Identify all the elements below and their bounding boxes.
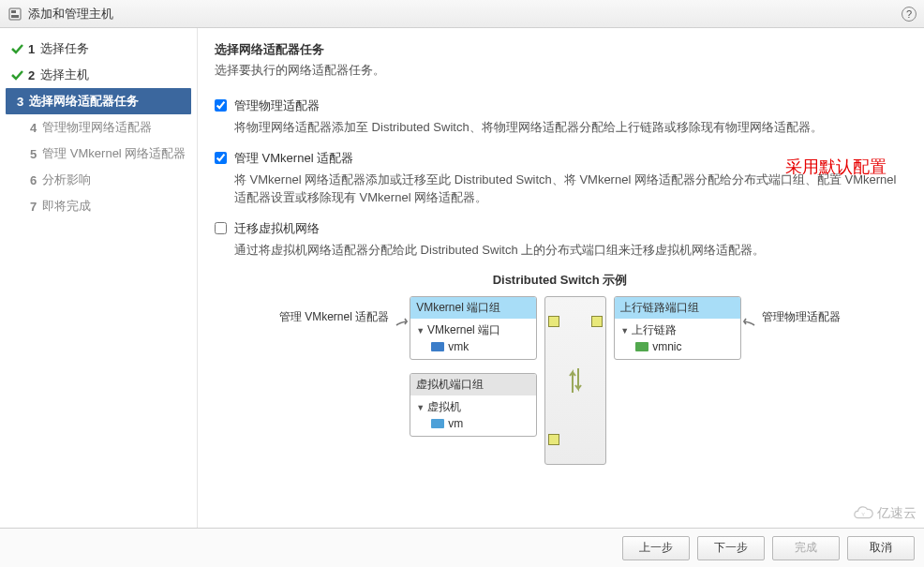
step-4-manage-physical: 4 管理物理网络适配器 — [0, 114, 197, 141]
uplink-port-group: 上行链路端口组 ▼上行链路 vmnic — [614, 296, 741, 360]
chevron-down-icon: ▼ — [416, 326, 425, 336]
step-3-network-adapter-task[interactable]: 3 选择网络适配器任务 — [6, 88, 191, 114]
block-header: 虚拟机端口组 — [410, 374, 536, 395]
right-port-groups: 上行链路端口组 ▼上行链路 vmnic — [614, 296, 741, 360]
tree-leaf: vm — [448, 417, 463, 430]
block-header: 上行链路端口组 — [615, 297, 740, 319]
step-5-manage-vmkernel: 5 管理 VMkernel 网络适配器 — [0, 141, 197, 167]
step-label: 管理 VMkernel 网络适配器 — [42, 145, 186, 162]
svg-text:Y: Y — [861, 512, 865, 517]
block-header: VMkernel 端口组 — [410, 297, 536, 319]
tree-label: VMkernel 端口 — [427, 322, 500, 338]
tree-label: 上行链路 — [632, 322, 677, 338]
wizard-body: 1 选择任务 2 选择主机 3 选择网络适配器任务 4 管理物理网络适配器 5 … — [0, 28, 924, 528]
option-label: 管理物理适配器 — [234, 97, 905, 114]
option-migrate-vm-network: 迁移虚拟机网络 通过将虚拟机网络适配器分配给此 Distributed Swit… — [215, 220, 905, 260]
tree-label: 虚拟机 — [427, 399, 461, 415]
vmk-icon — [431, 342, 444, 351]
step-label: 分析影响 — [42, 172, 91, 188]
checkbox-manage-vmkernel[interactable] — [215, 152, 227, 164]
check-icon — [9, 67, 24, 82]
vm-icon — [431, 419, 444, 428]
tree-leaf: vmnic — [652, 340, 681, 353]
annotation-default-config: 采用默认配置 — [785, 156, 887, 178]
wizard-footer: 上一步 下一步 完成 取消 — [0, 528, 924, 567]
next-button[interactable]: 下一步 — [697, 536, 765, 560]
step-label: 即将完成 — [42, 198, 91, 215]
step-7-ready-complete: 7 即将完成 — [0, 193, 197, 219]
diagram: 管理 VMkernel 适配器 VMkernel 端口组 ▼VMkernel 端… — [215, 296, 905, 465]
chevron-down-icon: ▼ — [416, 403, 425, 412]
diagram-right-label: 管理物理适配器 — [762, 309, 841, 325]
main-pane: 选择网络适配器任务 选择要执行的网络适配器任务。 管理物理适配器 将物理网络适配… — [198, 28, 924, 528]
cancel-button[interactable]: 取消 — [847, 536, 915, 560]
watermark: Y 亿速云 — [853, 503, 917, 524]
chevron-down-icon: ▼ — [620, 326, 629, 336]
app-icon — [7, 7, 22, 22]
vmkernel-port-group: VMkernel 端口组 ▼VMkernel 端口 vmk — [410, 296, 537, 360]
step-label: 管理物理网络适配器 — [42, 119, 152, 136]
option-label: 迁移虚拟机网络 — [234, 220, 905, 237]
step-label: 选择主机 — [40, 67, 89, 83]
checkbox-migrate-vm-network[interactable] — [215, 222, 227, 234]
arrow-right-icon — [741, 317, 756, 336]
finish-button: 完成 — [772, 536, 840, 560]
svg-rect-0 — [9, 8, 21, 20]
step-6-analyze-impact: 6 分析影响 — [0, 167, 197, 193]
vm-port-group: 虚拟机端口组 ▼虚拟机 vm — [410, 373, 537, 437]
port-icon — [548, 316, 559, 327]
step-label: 选择任务 — [40, 40, 89, 57]
bidirectional-arrow-icon — [567, 365, 584, 396]
step-2-select-host[interactable]: 2 选择主机 — [0, 62, 197, 88]
window-title: 添加和管理主机 — [28, 6, 902, 22]
check-icon — [9, 41, 24, 56]
cloud-icon: Y — [853, 503, 873, 524]
watermark-text: 亿速云 — [877, 505, 917, 522]
vmnic-icon — [635, 342, 648, 351]
help-icon[interactable]: ? — [902, 7, 917, 22]
option-desc: 通过将虚拟机网络适配器分配给此 Distributed Switch 上的分布式… — [234, 241, 905, 260]
page-heading: 选择网络适配器任务 — [215, 41, 905, 58]
checkbox-manage-physical[interactable] — [215, 99, 227, 112]
left-port-groups: VMkernel 端口组 ▼VMkernel 端口 vmk 虚拟机端口组 ▼虚拟… — [410, 296, 537, 437]
steps-sidebar: 1 选择任务 2 选择主机 3 选择网络适配器任务 4 管理物理网络适配器 5 … — [0, 28, 198, 528]
connector — [537, 296, 544, 298]
diagram-title: Distributed Switch 示例 — [215, 272, 905, 289]
step-label: 选择网络适配器任务 — [29, 93, 139, 110]
svg-rect-2 — [11, 15, 19, 18]
title-bar: 添加和管理主机 ? — [0, 0, 924, 28]
option-manage-physical: 管理物理适配器 将物理网络适配器添加至 Distributed Switch、将… — [215, 97, 905, 137]
distributed-switch — [544, 296, 606, 465]
port-icon — [591, 316, 603, 327]
tree-leaf: vmk — [448, 340, 469, 353]
option-desc: 将物理网络适配器添加至 Distributed Switch、将物理网络适配器分… — [234, 118, 905, 137]
svg-rect-1 — [11, 10, 16, 13]
step-1-select-task[interactable]: 1 选择任务 — [0, 36, 197, 62]
connector — [606, 296, 614, 298]
diagram-left-label: 管理 VMkernel 适配器 — [279, 309, 389, 325]
arrow-left-icon — [395, 317, 410, 336]
page-subheading: 选择要执行的网络适配器任务。 — [215, 62, 905, 79]
port-icon — [548, 434, 559, 445]
back-button[interactable]: 上一步 — [622, 536, 690, 560]
